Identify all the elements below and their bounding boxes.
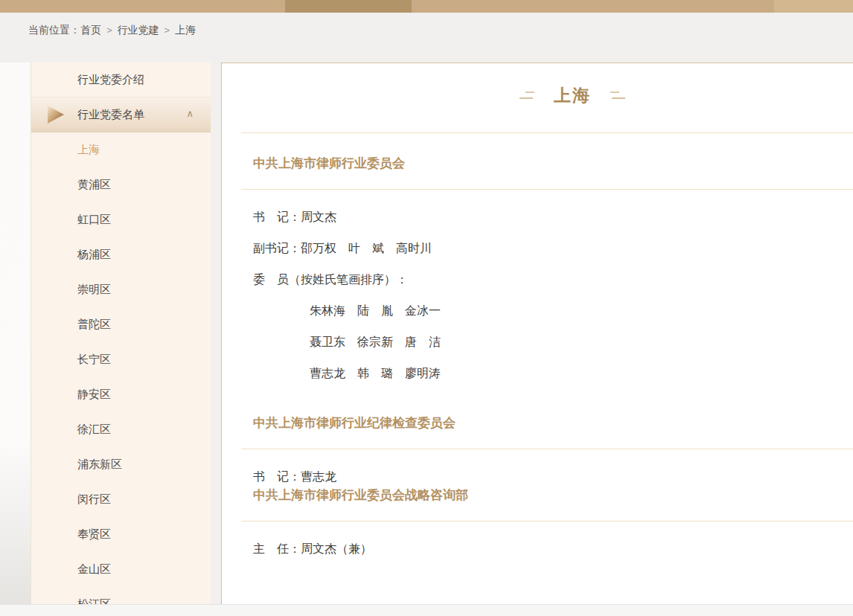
active-marker-triangle-icon	[47, 105, 65, 124]
sidebar-item-label: 行业党委介绍	[77, 73, 144, 87]
sidebar-subitem-1[interactable]: 黄浦区	[31, 167, 211, 202]
content-row: 行业党委介绍 行业党委名单	[0, 62, 853, 604]
sidebar-subitem-2[interactable]: 虹口区	[31, 202, 211, 237]
separator	[241, 521, 853, 522]
committee-section: 中共上海市律师行业委员会战略咨询部主 任：周文杰（兼）	[253, 487, 853, 556]
banner-light-segment	[774, 0, 853, 13]
separator	[241, 449, 853, 449]
bottom-strip	[0, 604, 853, 616]
sidebar: 行业党委介绍 行业党委名单	[31, 62, 211, 604]
sidebar-subitem-7[interactable]: 静安区	[31, 377, 211, 412]
sidebar-subitem-3[interactable]: 杨浦区	[31, 237, 211, 272]
sections: 中共上海市律师行业委员会书 记：周文杰副书记：邵万权 叶 斌 高时川委 员（按姓…	[222, 155, 853, 556]
section-heading: 中共上海市律师行业委员会战略咨询部	[253, 487, 853, 504]
breadcrumb-separator: >	[106, 25, 112, 36]
sidebar-subitem-11[interactable]: 奉贤区	[31, 517, 211, 552]
breadcrumb-separator: >	[164, 25, 170, 36]
text-line: 曹志龙 韩 璐 廖明涛	[253, 367, 853, 380]
page-title-row: 上海	[222, 83, 853, 108]
text-line: 朱林海 陆 胤 金冰一	[253, 304, 853, 318]
page: 当前位置： 首页>行业党建>上海 行业党委介绍	[0, 0, 853, 616]
title-decoration-left-icon	[520, 92, 534, 99]
sidebar-item-party-committee-roster[interactable]: 行业党委名单 ∧	[31, 97, 211, 132]
separator	[241, 132, 853, 133]
breadcrumb-link-0[interactable]: 首页	[80, 24, 101, 36]
sidebar-subitem-10[interactable]: 闵行区	[31, 482, 211, 517]
banner-dark-segment	[285, 0, 412, 13]
sidebar-subitem-6[interactable]: 长宁区	[31, 342, 211, 377]
page-title: 上海	[554, 84, 591, 107]
sidebar-subitem-12[interactable]: 金山区	[31, 552, 211, 587]
committee-section: 中共上海市律师行业纪律检查委员会书 记：曹志龙	[253, 415, 853, 484]
section-heading: 中共上海市律师行业纪律检查委员会	[253, 415, 853, 431]
breadcrumb-items: 首页>行业党建>上海	[80, 24, 196, 37]
text-line: 主 任：周文杰（兼）	[253, 542, 853, 556]
sidebar-subitem-8[interactable]: 徐汇区	[31, 412, 211, 447]
text-line: 书 记：曹志龙	[253, 470, 853, 484]
breadcrumb-label: 当前位置：	[28, 24, 80, 37]
sidebar-subitem-4[interactable]: 崇明区	[31, 272, 211, 307]
sidebar-subitem-0[interactable]: 上海	[31, 132, 211, 167]
title-decoration-right-icon	[610, 92, 625, 99]
separator	[241, 189, 853, 190]
content-panel: 上海 中共上海市律师行业委员会书 记：周文杰副书记：邵万权 叶 斌 高时川委 员…	[221, 62, 853, 604]
chevron-up-icon[interactable]: ∧	[186, 108, 194, 119]
section-heading: 中共上海市律师行业委员会	[253, 155, 853, 172]
text-line: 聂卫东 徐宗新 唐 洁	[253, 336, 853, 349]
breadcrumb: 当前位置： 首页>行业党建>上海	[0, 13, 853, 48]
text-line: 副书记：邵万权 叶 斌 高时川	[253, 242, 853, 255]
sidebar-subitem-9[interactable]: 浦东新区	[31, 447, 211, 482]
top-banner	[0, 0, 853, 13]
sidebar-subitem-13[interactable]: 松江区	[31, 587, 211, 604]
breadcrumb-link-1[interactable]: 行业党建	[118, 24, 159, 36]
text-line: 书 记：周文杰	[253, 211, 853, 224]
sidebar-subitem-5[interactable]: 普陀区	[31, 307, 211, 342]
text-line: 委 员（按姓氏笔画排序）：	[253, 273, 853, 286]
committee-section: 中共上海市律师行业委员会书 记：周文杰副书记：邵万权 叶 斌 高时川委 员（按姓…	[253, 155, 853, 380]
sidebar-sublist: 上海黄浦区虹口区杨浦区崇明区普陀区长宁区静安区徐汇区浦东新区闵行区奉贤区金山区松…	[31, 132, 211, 604]
left-gutter	[0, 62, 31, 604]
sidebar-item-party-committee-intro[interactable]: 行业党委介绍	[31, 62, 211, 97]
sidebar-item-label: 行业党委名单	[77, 108, 144, 122]
breadcrumb-link-2[interactable]: 上海	[175, 24, 196, 36]
